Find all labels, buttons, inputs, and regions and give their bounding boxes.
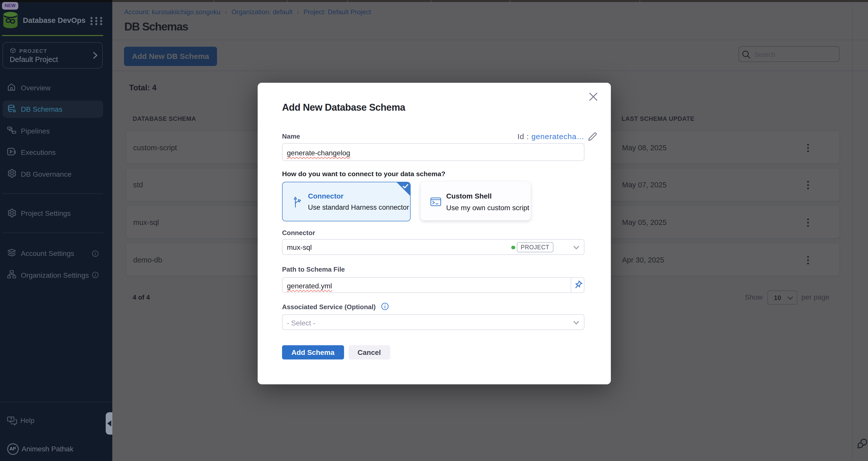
svg-text:?: ? (10, 417, 12, 421)
